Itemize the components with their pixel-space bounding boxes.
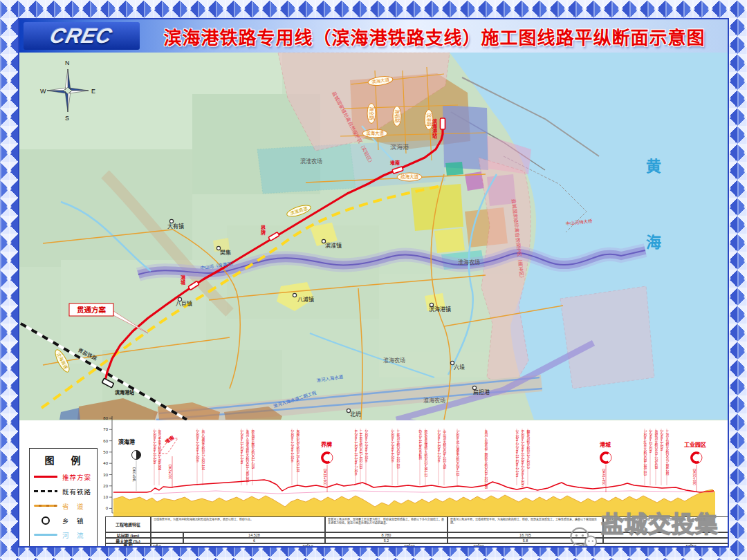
spacing-cell: 14.528 (183, 532, 325, 538)
legend-label: 既有铁路 (62, 487, 91, 496)
station-label: 港城 (180, 274, 185, 286)
gradient-cell: 5.2 (325, 538, 448, 543)
bridge-annotation: 南八滩渠大桥DK7+522.160 (201, 429, 205, 470)
legend-items: 推荐方案既有铁路省 道乡 镇河 流 (30, 469, 97, 542)
legend-symbol-river (33, 534, 58, 536)
profile-station-mileage: DK0+941 (132, 467, 136, 482)
bridge-annotation: 张弓干渠大桥DK3+766.888 (158, 429, 161, 470)
y-tick-label: 60 (103, 439, 108, 443)
bridge-annotation: 跨海堤公路大桥DK11+205 (251, 429, 255, 469)
y-tick-label: 80 (103, 416, 108, 420)
town-label: 八滩镇 (297, 296, 314, 303)
legend-box: 图 例 推荐方案既有铁路省 道乡 镇河 流 (29, 448, 98, 547)
y-tick-label: 10 (103, 495, 108, 499)
geology-cell: 沿线地势平坦，为黄河冲积和海相沉积形成的滨海平原，表层以粉土、粉砂为主。 (151, 516, 325, 532)
bridge-annotation: 7-32m 北八滩渠大桥DK28+213 (456, 430, 459, 476)
area-label: 滨淮农场 (300, 158, 322, 165)
area-label: 淮海农场 (383, 357, 405, 364)
milepost-label: DK20 (404, 544, 414, 548)
sheet-inner: CREC 滨海港铁路专用线（滨海港铁路支线）施工图线路平纵断面示意图 (18, 18, 729, 548)
drawing-sheet: CREC 滨海港铁路专用线（滨海港铁路支线）施工图线路平纵断面示意图 (0, 0, 747, 560)
station-label: 界牌 (260, 225, 266, 236)
row-header-geology: 工程地质特征 (105, 516, 151, 532)
profile-station-name: 界牌 (321, 441, 332, 448)
town-marker (293, 293, 296, 297)
profile-station-name: 工业园区 (684, 441, 706, 448)
legend-label: 河 流 (62, 530, 84, 540)
gradient-profile-line (113, 480, 714, 492)
y-tick-label: 70 (103, 427, 108, 431)
bridge-annotation: 2-32m+1-24m+9-32m (365, 430, 368, 462)
legend-label: 推荐方案 (62, 472, 91, 482)
bridge-annotation: 淮河入海水道特大桥DK10+768.383 (246, 429, 249, 482)
bridge-annotation: 淮河入海水道二期特大桥DK30+322.188 (484, 429, 488, 489)
legend-title: 图 例 (35, 453, 97, 467)
road-label: 海福路 (394, 109, 400, 123)
bridge-annotation: 界牌中沟大桥DK15+623.108 (296, 430, 299, 472)
station-label: 滨海港站 (432, 118, 437, 139)
bridge-annotation: 三洪大沟特大桥DK47+586.382 (665, 430, 669, 476)
bridge-annotation: (14.5+16.5m)系杆拱 (418, 430, 422, 460)
legend-item: 既有铁路 (30, 484, 97, 498)
legend-symbol-exist (33, 490, 58, 492)
town-label: 八巨镇 (176, 300, 192, 307)
station-symbol (441, 118, 445, 129)
legend-item: 乡 镇 (30, 513, 97, 528)
area-label: 淮海农场 (458, 259, 480, 265)
legend-label: 乡 镇 (62, 516, 84, 525)
watermark-text: 盐城交投集团 (601, 506, 728, 548)
route-map: 贯通方案 滨海港滨淮农场淮海农场淮海农场淮海农场黄海NSWE大有镇樊集八巨镇八滩… (19, 53, 729, 420)
bridge-annotation: 1-32m+1-24m+10-32m (153, 430, 156, 464)
through-plan-label: 贯通方案 (77, 306, 106, 314)
area-label: 滨海港 (390, 143, 409, 151)
title-bar: CREC 滨海港铁路专用线（滨海港铁路支线）施工图线路平纵断面示意图 (19, 19, 728, 53)
legend-item: 推荐方案 (30, 469, 97, 484)
watermark: 盐城交投集团 (567, 506, 728, 548)
town-marker (169, 219, 173, 223)
town-label: 六垛 (454, 364, 465, 371)
station-circle-half (136, 451, 141, 460)
road-label: 滨海大道 (366, 130, 385, 136)
gradient-cell: 6 (183, 538, 325, 543)
compass-letter: W (40, 88, 46, 95)
legend-symbol-road (33, 505, 58, 507)
milepost-label: DK0 (153, 544, 161, 548)
legend-label: 省 道 (62, 501, 84, 511)
bridge-annotation: 6-32m+2-24m+10-32m+2-24m+4-32m (521, 430, 524, 487)
milepost-label: DK30 (473, 544, 483, 548)
bridge-annotation: 7-32m 红光大桥DK38+388.113 (643, 430, 647, 476)
y-tick-label: 50 (103, 450, 108, 454)
bridge-annotation: 二干渠大桥DK17+832.313 (359, 430, 362, 469)
bridge-annotation: 翻身河特大桥DK34+323.9 (526, 429, 530, 469)
y-tick-label: 30 (103, 473, 108, 477)
compass-letter: E (91, 88, 95, 95)
legend-symbol-town (33, 516, 58, 525)
bridge-annotation: 1-24m+3-32m+2-24m (437, 430, 441, 462)
row-header-spacing: 站间距 (km) (105, 532, 151, 538)
row-header-mileage: 里 程 (105, 543, 151, 548)
profile-y-ticks: 80706050403020100 (103, 416, 112, 510)
profile-station-name: 堆南 (164, 434, 176, 445)
station-label: 滨海港站 (115, 389, 134, 395)
bridge-annotation: 2-24m+3-32m (660, 430, 663, 451)
milepost-label: DK10 (302, 544, 313, 548)
y-tick-label: 40 (103, 461, 108, 465)
town-label: 樊集 (220, 249, 231, 256)
sea-label: 黄 (646, 158, 661, 175)
spacing-cell (151, 532, 183, 538)
y-tick-label: 0 (106, 506, 109, 510)
legend-symbol-rec (33, 476, 58, 478)
chat-bubbles-icon (567, 524, 600, 548)
bridge-annotation: 2-32m+1-24m+3-32m (290, 430, 294, 462)
profile-station-mileage: DK41+650 (602, 469, 606, 485)
bridge-annotation: 6-24m+1-32m+15-24m+7-32m (354, 430, 358, 475)
compass-letter: S (65, 115, 69, 122)
profile-station-name: 滨海港 (118, 438, 136, 445)
bridge-annotation: 中山河大桥DK26+122.456 (443, 429, 446, 469)
bridge-annotation: 14-32m+2-24m+21-32m+2-24m (515, 430, 519, 477)
station-label: 堆南 (390, 160, 400, 166)
road-label: 海全路 (369, 106, 375, 120)
profile-station-mileage: DK3+000 (168, 465, 172, 479)
bridge-annotation: 1-32m+2-24m+6-32m (391, 430, 394, 462)
crec-logo: CREC (24, 22, 140, 50)
